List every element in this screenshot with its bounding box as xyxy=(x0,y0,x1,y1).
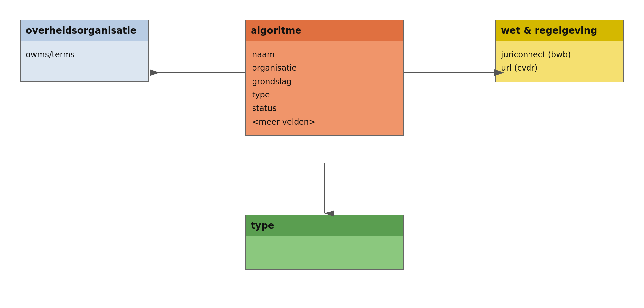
box-overheidsorganisatie: overheidsorganisatie owms/terms xyxy=(20,20,149,82)
box-overheidsorganisatie-fields: owms/terms xyxy=(26,48,143,61)
box-wet-body: juriconnect (bwb)url (cvdr) xyxy=(496,41,623,82)
diagram-container: overheidsorganisatie owms/terms algoritm… xyxy=(0,0,644,308)
box-algoritme-title: algoritme xyxy=(251,25,301,36)
box-algoritme-header: algoritme xyxy=(246,20,403,41)
box-algoritme: algoritme naamorganisatiegrondslagtypest… xyxy=(245,20,404,136)
box-type: type xyxy=(245,215,404,270)
box-wet-regelgeving: wet & regelgeving juriconnect (bwb)url (… xyxy=(495,20,624,82)
box-type-title: type xyxy=(251,220,274,231)
box-overheidsorganisatie-header: overheidsorganisatie xyxy=(21,20,148,41)
box-overheidsorganisatie-title: overheidsorganisatie xyxy=(26,25,137,36)
box-type-header: type xyxy=(246,215,403,236)
box-wet-title: wet & regelgeving xyxy=(501,25,597,36)
box-wet-fields: juriconnect (bwb)url (cvdr) xyxy=(501,48,618,75)
box-type-body xyxy=(246,236,403,269)
box-wet-header: wet & regelgeving xyxy=(496,20,623,41)
box-overheidsorganisatie-body: owms/terms xyxy=(21,41,148,81)
box-algoritme-body: naamorganisatiegrondslagtypestatus<meer … xyxy=(246,41,403,135)
box-algoritme-fields: naamorganisatiegrondslagtypestatus<meer … xyxy=(252,48,396,129)
